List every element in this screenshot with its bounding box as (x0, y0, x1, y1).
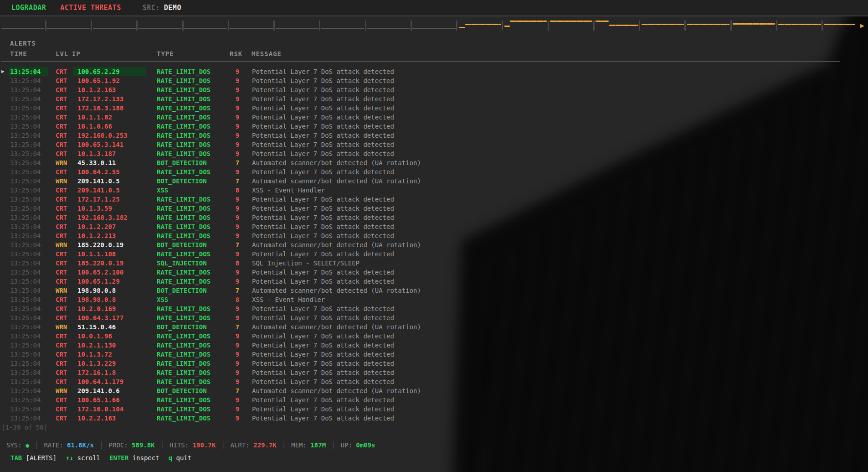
sparkline-segment (47, 28, 90, 29)
alert-row[interactable]: 13:25:04CRT10.1.0.66RATE_LIMIT_DOS9Poten… (0, 122, 868, 131)
cell-risk: 9 (231, 67, 243, 76)
alert-row[interactable]: 13:25:04CRT10.2.1.130RATE_LIMIT_DOS9Pote… (0, 341, 868, 350)
alert-row[interactable]: 13:25:04CRT100.64.2.55RATE_LIMIT_DOS9Pot… (0, 167, 868, 176)
status-value: 61.6K/s (67, 441, 94, 449)
alert-row[interactable]: 13:25:04CRT10.1.3.59RATE_LIMIT_DOS9Poten… (0, 204, 868, 213)
cell-type: RATE_LIMIT_DOS (157, 368, 211, 377)
cell-type: BOT_DETECTION (157, 240, 207, 249)
alert-row[interactable]: 13:25:04WRN45.33.0.11BOT_DETECTION7Autom… (0, 158, 868, 167)
status-label: SYS: (6, 441, 26, 449)
alert-row[interactable]: 13:25:04CRT100.65.1.29RATE_LIMIT_DOS9Pot… (0, 277, 868, 286)
cell-risk: 7 (231, 240, 243, 249)
alert-row[interactable]: 13:25:04CRT100.65.1.92RATE_LIMIT_DOS9Pot… (0, 76, 868, 85)
sparkline-tick (91, 21, 92, 31)
sparkline-segment (139, 28, 181, 29)
alert-row[interactable]: 13:25:04WRN209.141.0.6BOT_DETECTION7Auto… (0, 386, 868, 395)
alert-row[interactable]: 13:25:04CRT172.16.0.104RATE_LIMIT_DOS9Po… (0, 405, 868, 414)
alert-row[interactable]: 13:25:04CRT10.1.3.229RATE_LIMIT_DOS9Pote… (0, 359, 868, 368)
alert-row[interactable]: 13:25:04CRT10.1.2.207RATE_LIMIT_DOS9Pote… (0, 222, 868, 231)
cell-type: XSS (157, 295, 168, 304)
cell-type: RATE_LIMIT_DOS (157, 395, 211, 405)
cell-risk: 9 (231, 122, 243, 131)
cell-level: WRN (56, 386, 67, 395)
alert-row[interactable]: 13:25:04CRT10.0.1.96RATE_LIMIT_DOS9Poten… (0, 332, 868, 341)
alerts-table[interactable]: ▶13:25:04CRT100.65.2.29RATE_LIMIT_DOS9Po… (0, 67, 868, 423)
status-value: 187M (310, 441, 326, 449)
cell-level: CRT (56, 405, 67, 414)
alert-row[interactable]: 13:25:04CRT100.65.1.66RATE_LIMIT_DOS9Pot… (0, 395, 868, 405)
cell-ip: 10.1.3.59 (77, 204, 112, 213)
cell-ip: 185.220.0.19 (77, 259, 123, 268)
alert-row[interactable]: 13:25:04CRT198.98.0.8XSS8XSS - Event Han… (0, 295, 868, 304)
alert-row[interactable]: 13:25:04CRT172.16.3.188RATE_LIMIT_DOS9Po… (0, 104, 868, 113)
cell-time: 13:25:04 (10, 104, 41, 113)
column-header-type: TYPE (157, 49, 174, 58)
cell-ip: 172.17.2.133 (77, 94, 123, 104)
alert-row[interactable]: 13:25:04CRT172.17.1.25RATE_LIMIT_DOS9Pot… (0, 195, 868, 204)
cell-type: BOT_DETECTION (157, 158, 207, 167)
cell-type: RATE_LIMIT_DOS (157, 405, 211, 414)
alert-row[interactable]: 13:25:04CRT185.220.0.19SQL_INJECTION8SQL… (0, 259, 868, 268)
cell-time: 13:25:04 (10, 322, 41, 332)
alert-row[interactable]: 13:25:04WRN51.15.0.46BOT_DETECTION7Autom… (0, 322, 868, 332)
alert-row[interactable]: 13:25:04WRN209.141.0.5BOT_DETECTION7Auto… (0, 176, 868, 186)
cell-message: Potential Layer 7 DoS attack detected (252, 213, 394, 222)
cell-level: CRT (56, 222, 67, 231)
keybinding-: ↑↓ scroll (66, 454, 100, 462)
alert-row[interactable]: 13:25:04CRT192.168.0.253RATE_LIMIT_DOS9P… (0, 131, 868, 140)
cell-type: RATE_LIMIT_DOS (157, 277, 211, 286)
cell-type: RATE_LIMIT_DOS (157, 313, 211, 322)
sparkline-segment (609, 25, 638, 26)
alert-row[interactable]: 13:25:04CRT172.17.2.133RATE_LIMIT_DOS9Po… (0, 94, 868, 104)
alert-row[interactable]: 13:25:04CRT100.65.3.141RATE_LIMIT_DOS9Po… (0, 140, 868, 149)
cell-risk: 9 (231, 195, 243, 204)
alert-row[interactable]: 13:25:04CRT10.1.2.163RATE_LIMIT_DOS9Pote… (0, 85, 868, 94)
alert-row[interactable]: 13:25:04CRT100.64.3.177RATE_LIMIT_DOS9Po… (0, 313, 868, 322)
alert-row[interactable]: 13:25:04WRN198.98.0.8BOT_DETECTION7Autom… (0, 286, 868, 295)
sparkline-tick (548, 21, 549, 31)
alert-row[interactable]: 13:25:04CRT172.16.1.8RATE_LIMIT_DOS9Pote… (0, 368, 868, 377)
alert-row[interactable]: 13:25:04WRN185.220.0.19BOT_DETECTION7Aut… (0, 240, 868, 249)
cell-type: RATE_LIMIT_DOS (157, 167, 211, 176)
cell-ip: 172.16.1.8 (77, 368, 116, 377)
alert-row[interactable]: 13:25:04CRT10.1.3.72RATE_LIMIT_DOS9Poten… (0, 350, 868, 359)
cell-level: CRT (56, 113, 67, 122)
cell-risk: 9 (231, 222, 243, 231)
cell-risk: 9 (231, 76, 243, 85)
alert-row[interactable]: 13:25:04CRT10.2.0.169RATE_LIMIT_DOS9Pote… (0, 304, 868, 313)
alert-row[interactable]: 13:25:04CRT100.65.2.100RATE_LIMIT_DOS9Po… (0, 268, 868, 277)
cell-level: CRT (56, 186, 67, 195)
alert-row[interactable]: 13:25:04CRT10.2.2.163RATE_LIMIT_DOS9Pote… (0, 414, 868, 423)
sparkline-segment (465, 24, 501, 25)
cell-type: RATE_LIMIT_DOS (157, 332, 211, 341)
cell-level: CRT (56, 67, 67, 76)
alert-row[interactable]: ▶13:25:04CRT100.65.2.29RATE_LIMIT_DOS9Po… (0, 67, 868, 76)
cell-type: SQL_INJECTION (157, 259, 207, 268)
cell-risk: 9 (231, 341, 243, 350)
status-value: 190.7K (193, 441, 216, 449)
cell-type: RATE_LIMIT_DOS (157, 140, 211, 149)
cell-message: Potential Layer 7 DoS attack detected (252, 140, 394, 149)
cell-level: CRT (56, 341, 67, 350)
status-bar: SYS: ●│RATE: 61.6K/s│PROC: 589.8K│HITS: … (6, 441, 375, 450)
cell-level: CRT (56, 377, 67, 386)
cell-message: Potential Layer 7 DoS attack detected (252, 231, 394, 240)
cell-time: 13:25:04 (10, 304, 41, 313)
cell-level: WRN (56, 286, 67, 295)
alert-row[interactable]: 13:25:04CRT10.1.1.108RATE_LIMIT_DOS9Pote… (0, 249, 868, 259)
alert-row[interactable]: 13:25:04CRT10.1.3.187RATE_LIMIT_DOS9Pote… (0, 149, 868, 158)
source-label: SRC: (143, 4, 160, 12)
cell-ip: 100.65.1.92 (77, 76, 120, 85)
alert-row[interactable]: 13:25:04CRT192.168.3.182RATE_LIMIT_DOS9P… (0, 213, 868, 222)
cell-level: CRT (56, 295, 67, 304)
alert-row[interactable]: 13:25:04CRT10.1.1.82RATE_LIMIT_DOS9Poten… (0, 113, 868, 122)
alert-row[interactable]: 13:25:04CRT209.141.0.5XSS8XSS - Event Ha… (0, 186, 868, 195)
alert-row[interactable]: 13:25:04CRT10.1.2.213RATE_LIMIT_DOS9Pote… (0, 231, 868, 240)
cell-time: 13:25:04 (9, 67, 48, 76)
alert-row[interactable]: 13:25:04CRT100.64.1.179RATE_LIMIT_DOS9Po… (0, 377, 868, 386)
cell-ip: 10.2.0.169 (77, 304, 116, 313)
cell-message: Automated scanner/bot detected (UA rotat… (252, 176, 421, 186)
cell-ip: 10.1.1.82 (77, 113, 112, 122)
cell-ip: 209.141.0.5 (77, 186, 120, 195)
cell-ip: 10.1.2.213 (77, 231, 116, 240)
